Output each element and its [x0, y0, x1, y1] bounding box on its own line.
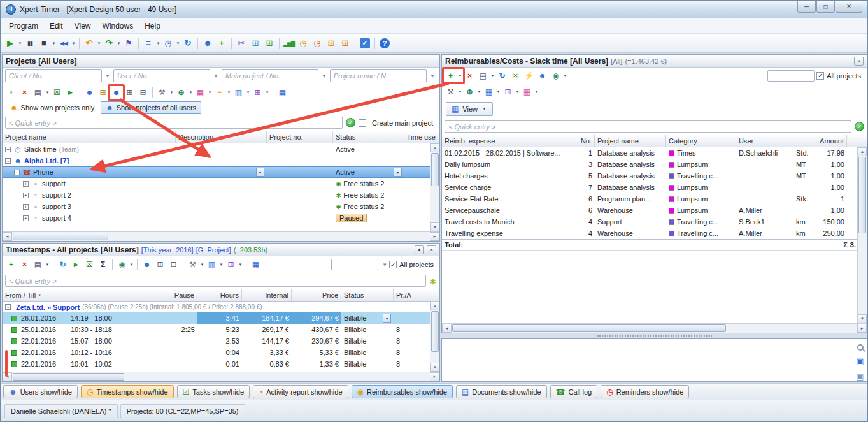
timestamp-row[interactable]: 22.01.2016 15:07 - 18:00 2:53 144,17 € 2…: [3, 335, 439, 347]
quick-add-icon[interactable]: ∗: [429, 276, 437, 286]
tree-expander-icon[interactable]: -: [14, 170, 20, 175]
column-header[interactable]: Status: [341, 289, 394, 301]
horizontal-scrollbar[interactable]: ◄ ►: [442, 323, 867, 333]
play-icon[interactable]: ▶: [3, 36, 17, 50]
tree-expand-icon[interactable]: ⊞: [123, 86, 136, 99]
scroll-left-icon[interactable]: ◄: [442, 324, 452, 333]
globe-icon[interactable]: ⊕: [463, 85, 476, 98]
filter-icon[interactable]: ▼: [211, 71, 220, 81]
dropdown-arrow-icon[interactable]: ▾: [490, 73, 495, 78]
project-row[interactable]: - ☻ Alpha Ltd. [7]: [3, 155, 439, 166]
alarm-add-icon[interactable]: ◷: [310, 36, 324, 50]
combo-arrow-icon[interactable]: ▾: [394, 168, 402, 177]
tree-collapse-icon[interactable]: ⊟: [167, 258, 180, 272]
show-all-users-icon[interactable]: ☻: [110, 86, 123, 99]
refresh-icon[interactable]: ↻: [495, 69, 509, 82]
all-projects-checkbox[interactable]: ✓: [389, 261, 397, 268]
column-header[interactable]: [847, 135, 867, 147]
tree-collapse-icon[interactable]: ⊟: [136, 86, 150, 99]
filter-icon[interactable]: ▼: [103, 71, 112, 81]
export-disk-icon[interactable]: ▣: [856, 372, 864, 381]
dropdown-arrow-icon[interactable]: ▾: [188, 90, 194, 95]
timestamps-toggle-button[interactable]: ◷ Timestamps show/hide: [81, 385, 174, 398]
alarm-icon[interactable]: ◷: [296, 36, 310, 50]
add-project-icon[interactable]: +: [215, 36, 229, 50]
column-header[interactable]: Internal: [242, 289, 292, 301]
dropdown-arrow-icon[interactable]: ▾: [515, 89, 520, 94]
scroll-right-icon[interactable]: ►: [430, 232, 439, 241]
clock-icon[interactable]: ◷: [161, 36, 175, 50]
vertical-scrollbar[interactable]: ▲ ▼: [430, 143, 439, 231]
main-project-filter-input[interactable]: Main project / No.: [222, 69, 318, 82]
column-header[interactable]: Project name: [595, 135, 666, 147]
color-grid-icon[interactable]: ▦: [520, 85, 534, 98]
stamp-icon[interactable]: ⚒: [444, 85, 457, 98]
zoom-icon[interactable]: [857, 344, 864, 351]
column-header[interactable]: Project no.: [267, 131, 333, 143]
filter-icon[interactable]: ▼: [380, 259, 389, 270]
print-icon[interactable]: ▤: [476, 69, 490, 82]
scrollbar-thumb[interactable]: [431, 153, 439, 186]
quick-entry-input[interactable]: < Quick entry >: [445, 120, 851, 133]
quick-entry-input[interactable]: < Quick entry >: [5, 117, 343, 129]
calendar-icon[interactable]: ⊞: [224, 258, 238, 272]
column-header[interactable]: Description: [176, 131, 267, 143]
column-header[interactable]: Hours: [197, 289, 242, 301]
vertical-scrollbar[interactable]: ▲ ▼: [430, 302, 439, 372]
users-icon[interactable]: ☻: [83, 86, 96, 99]
reimbursables-toggle-button[interactable]: ◉ Reimbursables show/hide: [352, 385, 453, 398]
delete-icon[interactable]: ×: [18, 258, 31, 272]
tree-expander-icon[interactable]: -: [5, 304, 11, 310]
calendar-orange-icon[interactable]: ⊞: [324, 36, 338, 50]
column-header[interactable]: Amount: [811, 135, 847, 147]
timestamp-row[interactable]: 25.01.2016 10:30 - 18:18 2:25 5:23 269,1…: [3, 324, 439, 335]
help-icon[interactable]: ?: [380, 38, 390, 48]
reimbursable-filter-input[interactable]: [767, 70, 815, 82]
columns-icon[interactable]: ▥: [205, 258, 218, 272]
start-timer-icon[interactable]: ►: [69, 258, 83, 272]
documents-toggle-button[interactable]: ▤ Documents show/hide: [456, 385, 547, 398]
reimbursable-row[interactable]: Travelling expense 4 Warehouse Travellin…: [442, 228, 867, 239]
scroll-up-icon[interactable]: ▲: [858, 147, 867, 156]
column-header[interactable]: Time use: [404, 131, 439, 143]
dropdown-arrow-icon[interactable]: ▾: [534, 89, 539, 94]
dropdown-arrow-icon[interactable]: ▾: [226, 90, 232, 95]
dropdown-arrow-icon[interactable]: ▾: [45, 262, 50, 267]
project-row[interactable]: + ◷ Slack time (Team) Activ: [3, 143, 439, 155]
filter-icon[interactable]: ▼: [320, 71, 329, 81]
print-icon[interactable]: ▤: [31, 86, 45, 99]
show-own-projects-toggle[interactable]: ☻ Show own projects only: [5, 101, 99, 114]
timestamp-filter-input[interactable]: [331, 259, 378, 270]
undo-icon[interactable]: ↶: [82, 36, 96, 50]
stop-icon[interactable]: ■: [37, 36, 51, 50]
stamp-icon[interactable]: ⚒: [155, 86, 169, 99]
reimbursable-row[interactable]: Service charge 7 Database analysis Lumps…: [442, 182, 867, 193]
timestamp-row[interactable]: 22.01.2016 10:01 - 10:02 0:01 0,83 € 1,3…: [3, 358, 439, 370]
confirm-icon[interactable]: ✓: [346, 118, 355, 127]
calendar-report-icon[interactable]: ⊞: [338, 36, 352, 50]
save-icon[interactable]: ▣: [856, 356, 864, 366]
dropdown-arrow-icon[interactable]: ▾: [562, 73, 568, 78]
export-excel-icon[interactable]: ☒: [50, 86, 64, 99]
all-projects-checkbox[interactable]: ✓: [816, 72, 824, 80]
dropdown-arrow-icon[interactable]: ▾: [457, 89, 463, 94]
tree-expand-icon[interactable]: ⊞: [153, 258, 167, 272]
sort-icon[interactable]: ≡: [213, 86, 226, 99]
column-header[interactable]: [793, 135, 811, 147]
combo-arrow-icon[interactable]: ▾: [383, 314, 391, 323]
quick-entry-input[interactable]: < Quick entry >: [5, 275, 426, 287]
reimbursable-row[interactable]: Hotel charges 5 Database analysis Travel…: [442, 170, 867, 182]
column-header[interactable]: No.: [574, 135, 595, 147]
close-panel-icon[interactable]: ×: [854, 57, 864, 66]
dropdown-arrow-icon[interactable]: ▾: [199, 262, 205, 267]
dropdown-arrow-icon[interactable]: ▾: [245, 90, 251, 95]
quick-filter-icon[interactable]: ⚡: [522, 69, 536, 82]
reimbursable-row[interactable]: Service Flat Rate 6 Programm plan... Lum…: [442, 193, 867, 205]
scroll-down-icon[interactable]: ▼: [430, 363, 439, 372]
dropdown-arrow-icon[interactable]: ▾: [238, 262, 243, 267]
tree-expander-icon[interactable]: -: [5, 158, 11, 164]
timestamp-row[interactable]: 26.01.2016 14:19 - 18:00 3:41 184,17 € 2…: [3, 312, 439, 324]
column-header[interactable]: Price: [292, 289, 341, 301]
reimbursable-row[interactable]: Travel costs to Munich 4 Support Travell…: [442, 216, 867, 228]
combo-arrow-icon[interactable]: ▾: [256, 168, 264, 177]
